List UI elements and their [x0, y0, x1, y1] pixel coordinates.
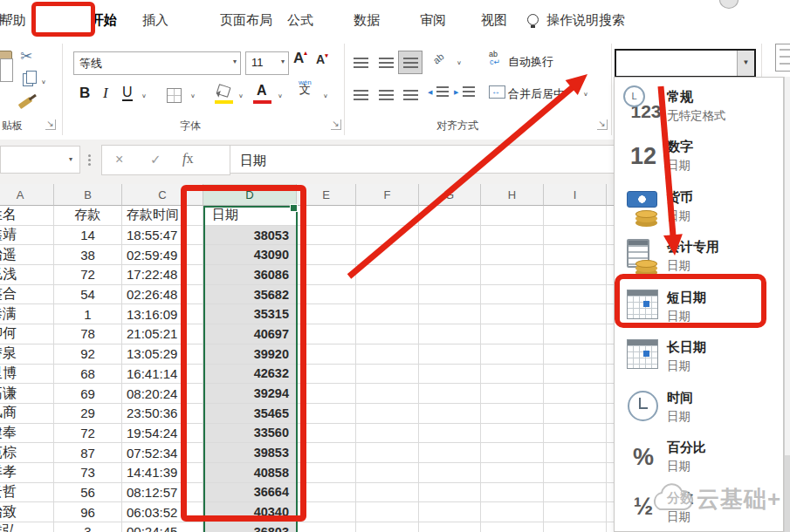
cell-date[interactable]: 38053 — [203, 226, 297, 246]
align-middle-button[interactable] — [374, 51, 398, 74]
cell-time[interactable]: 13:16:09 — [122, 304, 203, 324]
merge-chevron-icon[interactable]: ∨ — [583, 91, 588, 97]
cell-empty[interactable] — [419, 384, 481, 404]
align-bottom-button[interactable] — [398, 51, 422, 74]
borders-icon[interactable] — [167, 88, 182, 103]
fill-color-icon[interactable] — [216, 84, 230, 98]
cell-empty[interactable] — [481, 206, 544, 226]
ribbon-tab[interactable]: 开始 — [91, 12, 117, 29]
cell-empty[interactable] — [297, 443, 356, 463]
cell-empty[interactable] — [297, 344, 356, 365]
cell-deposit[interactable]: 3 — [54, 522, 122, 532]
cell-name[interactable]: 健奉 — [0, 424, 54, 444]
column-header[interactable]: C — [122, 184, 203, 206]
column-header[interactable]: I — [544, 184, 607, 206]
cell-deposit[interactable]: 78 — [54, 324, 122, 344]
cell-deposit[interactable]: 68 — [54, 365, 122, 385]
cell-date[interactable]: 35465 — [203, 404, 297, 424]
ribbon-tab[interactable]: 公式 — [287, 12, 313, 29]
name-box[interactable]: ▾ — [0, 146, 80, 174]
cell-deposit[interactable]: 72 — [54, 265, 122, 285]
cell-empty[interactable] — [481, 324, 544, 344]
cell-empty[interactable] — [419, 463, 481, 483]
align-left-button[interactable] — [348, 83, 373, 106]
cell-empty[interactable] — [356, 324, 419, 344]
format-option[interactable]: ½ 分数 日期 — [615, 482, 783, 532]
cell-empty[interactable] — [544, 245, 607, 265]
cell-empty[interactable] — [356, 502, 419, 522]
cut-icon[interactable]: ✂ — [20, 47, 32, 65]
cell-empty[interactable] — [356, 463, 419, 483]
cell-time[interactable]: 00:24:45 — [122, 522, 203, 532]
phonetic-chevron-icon[interactable]: ∨ — [323, 92, 328, 99]
italic-button[interactable]: I — [103, 85, 108, 102]
ribbon-tab[interactable]: 视图 — [481, 12, 507, 29]
alignment-dialog-launcher[interactable]: ↘ — [597, 119, 608, 130]
fill-handle[interactable] — [290, 204, 298, 212]
cell-empty[interactable] — [544, 344, 607, 365]
column-header[interactable]: G — [419, 184, 481, 206]
number-format-combobox[interactable]: ▼ — [615, 49, 756, 78]
formula-bar-handle[interactable] — [88, 154, 91, 157]
wrap-text-icon[interactable] — [489, 51, 505, 66]
cell-empty[interactable] — [297, 404, 356, 424]
bold-button[interactable]: B — [79, 85, 90, 102]
increase-indent-button[interactable]: ▶ — [454, 86, 475, 99]
cell-date[interactable]: 39294 — [203, 384, 297, 404]
align-center-button[interactable] — [374, 83, 398, 106]
cell-deposit[interactable]: 54 — [54, 285, 122, 305]
ribbon-tab[interactable]: 数据 — [354, 12, 380, 29]
cell-date[interactable]: 39853 — [203, 443, 297, 463]
cell-time[interactable]: 存款时间 — [122, 206, 203, 226]
cell-empty[interactable] — [419, 226, 481, 246]
cell-time[interactable]: 02:59:49 — [122, 245, 203, 265]
cell-name[interactable]: 姓名 — [0, 206, 54, 226]
cell-empty[interactable] — [481, 285, 544, 305]
font-size-select[interactable]: 11 ▾ — [245, 51, 289, 75]
cell-empty[interactable] — [297, 245, 356, 265]
cell-empty[interactable] — [356, 365, 419, 385]
merge-center-icon[interactable] — [489, 85, 505, 99]
cell-empty[interactable] — [481, 424, 544, 444]
cell-date[interactable]: 43090 — [203, 245, 297, 265]
column-header[interactable]: H — [481, 184, 544, 206]
cell-empty[interactable] — [356, 344, 419, 365]
cell-date[interactable]: 40697 — [203, 324, 297, 344]
cell-empty[interactable] — [544, 502, 607, 522]
cell-name[interactable]: 苑棕 — [0, 443, 54, 463]
grow-font-button[interactable]: A▴ — [293, 50, 307, 67]
format-option[interactable]: 123 常规 无特定格式 — [615, 81, 783, 132]
cell-deposit[interactable]: 69 — [54, 384, 122, 404]
cell-empty[interactable] — [297, 324, 356, 344]
cell-name[interactable]: 鑫靖 — [0, 226, 54, 246]
cell-date[interactable]: 33560 — [203, 424, 297, 444]
chevron-down-icon[interactable]: ▾ — [69, 155, 72, 163]
cell-name[interactable]: 恭满 — [0, 304, 54, 324]
enter-icon[interactable]: ✓ — [150, 152, 161, 167]
cell-empty[interactable] — [356, 245, 419, 265]
dropdown-scrollbar-thumb[interactable] — [785, 455, 790, 532]
cell-name[interactable]: 里博 — [0, 365, 54, 385]
cell-empty[interactable] — [481, 483, 544, 503]
cell-empty[interactable] — [481, 404, 544, 424]
cell-empty[interactable] — [544, 226, 607, 246]
cell-empty[interactable] — [297, 206, 356, 226]
cell-empty[interactable] — [297, 522, 356, 532]
cell-name[interactable]: 风商 — [0, 404, 54, 424]
cell-deposit[interactable]: 72 — [54, 424, 122, 444]
cell-time[interactable]: 21:05:21 — [122, 324, 203, 344]
cell-date[interactable]: 36664 — [203, 483, 297, 503]
cell-deposit[interactable]: 56 — [54, 483, 122, 503]
cell-empty[interactable] — [481, 384, 544, 404]
font-name-select[interactable]: 等线 ▾ — [73, 51, 241, 75]
cell-deposit[interactable]: 14 — [54, 226, 122, 246]
cell-empty[interactable] — [356, 226, 419, 246]
cell-empty[interactable] — [481, 443, 544, 463]
cell-date[interactable]: 40858 — [203, 463, 297, 483]
chevron-down-icon[interactable]: ▾ — [233, 58, 237, 65]
cell-empty[interactable] — [297, 483, 356, 503]
cell-empty[interactable] — [419, 443, 481, 463]
orientation-icon[interactable]: ab — [431, 51, 446, 65]
cell-time[interactable]: 17:22:48 — [122, 265, 203, 285]
format-option[interactable]: % 百分比 日期 — [615, 433, 783, 483]
